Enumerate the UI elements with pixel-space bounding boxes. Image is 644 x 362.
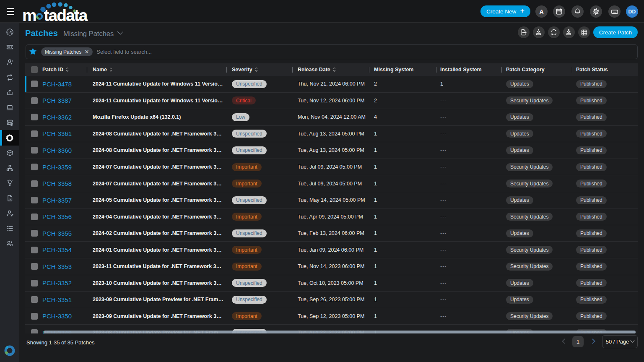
svg-text:motadata: motadata bbox=[22, 6, 88, 23]
